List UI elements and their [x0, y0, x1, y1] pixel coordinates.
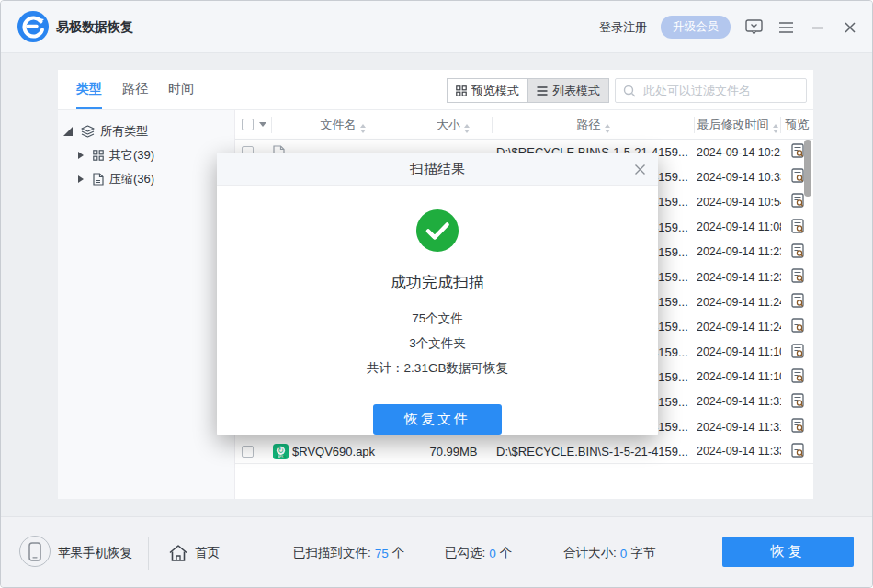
expand-icon[interactable] — [63, 127, 73, 136]
preview-icon[interactable] — [791, 168, 804, 186]
column-header-filename[interactable]: 文件名 — [272, 117, 414, 133]
table-row[interactable]: ↻APK$RVQV690.apk70.99MBD:\$RECYCLE.BIN\S… — [235, 439, 813, 464]
preview-icon[interactable] — [791, 293, 804, 311]
upgrade-member-badge[interactable]: 升级会员 — [661, 16, 731, 39]
status-bar: 苹果手机恢复 首页 已扫描到文件:75个 已勾选:0个 合计大小:0字节 恢复 — [1, 516, 872, 588]
column-header-size[interactable]: 大小 — [414, 117, 493, 133]
recover-button[interactable]: 恢复 — [722, 537, 854, 567]
layers-icon — [81, 125, 95, 138]
select-all-checkbox[interactable] — [242, 119, 254, 130]
file-modified-cell: 2024-09-14 11:31 — [695, 421, 781, 434]
scan-stat-line: 75个文件 — [217, 306, 658, 331]
collapse-icon[interactable] — [78, 152, 84, 159]
iphone-icon[interactable] — [19, 536, 51, 567]
scanned-files-status: 已扫描到文件:75个 — [293, 517, 404, 588]
preview-cell — [781, 443, 813, 460]
file-modified-cell: 2024-09-14 11:31 — [695, 395, 781, 408]
modal-title: 扫描结果 — [410, 161, 465, 176]
file-modified-cell: 2024-09-14 11:23 — [695, 271, 781, 284]
sort-icon — [360, 124, 366, 133]
grid-view-icon — [456, 85, 467, 96]
minimize-icon[interactable] — [809, 18, 827, 37]
file-modified-cell: 2024-09-14 11:24 — [695, 296, 781, 309]
table-header: 文件名 大小 路径 最后修改时间 预览 — [235, 110, 813, 140]
tab-type[interactable]: 类型 — [76, 70, 102, 109]
recover-files-button[interactable]: 恢复文件 — [373, 404, 502, 435]
column-header-path[interactable]: 路径 — [493, 117, 695, 133]
file-modified-cell: 2024-09-14 11:23 — [695, 245, 781, 258]
scan-stat-line: 3个文件夹 — [217, 331, 658, 356]
preview-icon[interactable] — [791, 344, 804, 361]
preview-icon[interactable] — [791, 268, 804, 286]
sidebar-item[interactable]: 压缩(36) — [58, 167, 234, 191]
preview-icon[interactable] — [791, 143, 804, 161]
scan-result-modal: 扫描结果 成功完成扫描 75个文件3个文件夹共计：2.31GB数据可恢复 恢复文… — [217, 153, 658, 435]
column-header-modified[interactable]: 最后修改时间 — [695, 117, 781, 133]
tabs-row: 类型 路径 时间 预览模式 列表模式 — [58, 70, 813, 109]
file-modified-cell: 2024-09-14 10:54 — [695, 196, 781, 209]
search-box[interactable] — [615, 78, 807, 103]
scan-stat-line: 共计：2.31GB数据可恢复 — [217, 356, 658, 380]
modal-close-icon[interactable] — [634, 153, 646, 186]
apk-file-icon: ↻APK — [273, 444, 289, 459]
success-check-icon — [217, 209, 658, 252]
app-title: 易极数据恢复 — [56, 1, 133, 53]
search-input[interactable] — [643, 84, 805, 97]
checked-files-status: 已勾选:0个 — [445, 517, 512, 588]
search-icon — [623, 85, 636, 97]
grid-icon — [93, 150, 104, 161]
preview-cell — [781, 393, 813, 411]
preview-cell — [781, 293, 813, 311]
preview-cell — [781, 243, 813, 261]
tab-time[interactable]: 时间 — [168, 70, 194, 109]
checkbox-dropdown-icon[interactable] — [259, 122, 266, 127]
sidebar-item-all-types[interactable]: 所有类型 — [58, 119, 234, 143]
preview-icon[interactable] — [791, 418, 804, 435]
sort-icon — [464, 124, 470, 133]
list-view-icon — [537, 85, 548, 96]
total-size-status: 合计大小:0字节 — [563, 517, 655, 588]
preview-cell — [781, 368, 813, 386]
file-modified-cell: 2024-09-14 11:10 — [695, 370, 781, 383]
feedback-icon[interactable] — [744, 18, 763, 37]
app-window: 易极数据恢复 登录注册 升级会员 类型 路径 时间 — [0, 0, 873, 588]
svg-text:↻: ↻ — [278, 447, 284, 455]
preview-mode-label: 预览模式 — [471, 83, 519, 99]
preview-icon[interactable] — [791, 243, 804, 261]
scrollbar-thumb[interactable] — [804, 140, 811, 197]
preview-icon[interactable] — [791, 393, 804, 411]
menu-icon[interactable] — [777, 18, 795, 37]
close-icon[interactable] — [841, 18, 859, 37]
home-link[interactable]: 首页 — [168, 517, 220, 588]
sidebar-item-label: 压缩(36) — [109, 171, 154, 187]
preview-icon[interactable] — [791, 219, 804, 236]
preview-icon[interactable] — [791, 193, 804, 210]
login-register-link[interactable]: 登录注册 — [599, 19, 647, 36]
list-mode-button[interactable]: 列表模式 — [528, 78, 609, 103]
file-modified-cell: 2024-09-14 10:33 — [695, 171, 781, 184]
file-path-cell: D:\$RECYCLE.BIN\S-1-5-21-4159... — [493, 445, 695, 458]
column-header-preview: 预览 — [781, 117, 813, 133]
sidebar-item-label: 所有类型 — [100, 123, 148, 140]
file-modified-cell: 2024-09-14 11:33 — [695, 445, 781, 458]
preview-icon[interactable] — [791, 368, 804, 386]
scan-stats: 75个文件3个文件夹共计：2.31GB数据可恢复 — [217, 306, 658, 380]
preview-cell — [781, 418, 813, 435]
file-modified-cell: 2024-09-14 11:10 — [695, 345, 781, 358]
file-modified-cell: 2024-09-14 11:24 — [695, 321, 781, 334]
tab-path[interactable]: 路径 — [122, 70, 148, 109]
view-mode-group: 预览模式 列表模式 — [447, 78, 609, 103]
preview-icon[interactable] — [791, 443, 804, 460]
divider — [148, 537, 149, 570]
file-name-cell: ↻APK$RVQV690.apk — [272, 444, 414, 459]
file-modified-cell: 2024-09-14 11:08 — [695, 220, 781, 233]
preview-cell — [781, 318, 813, 335]
collapse-icon[interactable] — [78, 175, 84, 183]
row-checkbox[interactable] — [242, 446, 254, 458]
preview-icon[interactable] — [791, 318, 804, 335]
sidebar-item[interactable]: 其它(39) — [58, 143, 234, 167]
preview-mode-button[interactable]: 预览模式 — [447, 78, 528, 103]
sort-icon — [605, 124, 610, 133]
iphone-recovery-link[interactable]: 苹果手机恢复 — [58, 517, 132, 588]
row-checkbox-cell — [235, 446, 272, 458]
